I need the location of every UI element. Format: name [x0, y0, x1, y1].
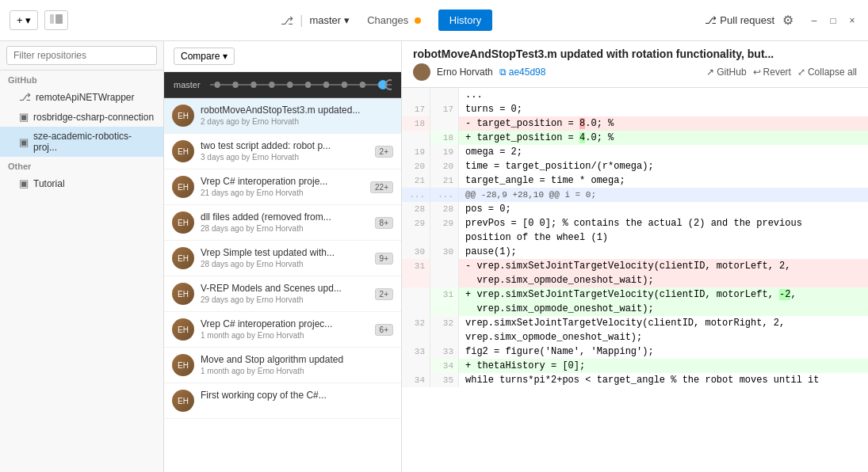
avatar-1: EH	[172, 140, 194, 162]
line-num-old: 28	[402, 202, 430, 216]
avatar-6: EH	[172, 318, 194, 341]
diff-hash-button[interactable]: ⧉ ae45d98	[499, 67, 546, 78]
maximize-button[interactable]: □	[827, 14, 839, 27]
line-num-new	[430, 330, 459, 344]
line-content: time = target_position/(r*omega);	[459, 159, 868, 173]
collapse-button[interactable]: ⤢ Collapse all	[797, 67, 857, 78]
diff-line-added: 18 + target_position = 4.0; %	[402, 131, 868, 145]
commit-info-0: robotMoveAndStopTest3.m updated... 2 day…	[201, 105, 393, 126]
svg-point-9	[323, 82, 329, 88]
line-num-old: ...	[402, 188, 430, 202]
diff-line: position of the wheel (1)	[402, 230, 868, 245]
diff-line: 29 29 prevPos = [0 0]; % contains the ac…	[402, 216, 868, 230]
line-num-new: 21	[430, 173, 459, 188]
sidebar-item-rosbridge[interactable]: ▣ rosbridge-csharp-connection	[0, 107, 163, 127]
line-num-old	[402, 88, 430, 102]
commit-msg-6: Vrep C# interoperation projec...	[201, 318, 369, 329]
line-content: pause(1);	[459, 245, 868, 259]
timeline-branch-label: master	[174, 80, 205, 89]
settings-button[interactable]: ⚙	[782, 13, 793, 28]
commit-list-header: Compare ▾	[164, 41, 401, 72]
commit-msg-3: dll files added (removed from...	[201, 211, 369, 223]
commit-meta-6: 1 month ago by Erno Horvath	[201, 331, 369, 340]
commit-item-3[interactable]: EH dll files added (removed from... 28 d…	[164, 205, 401, 241]
add-button[interactable]: + ▾	[10, 10, 38, 30]
commit-item-0[interactable]: EH robotMoveAndStopTest3.m updated... 2 …	[164, 98, 401, 134]
svg-point-4	[232, 82, 238, 88]
commit-badge-2: 22+	[370, 181, 393, 193]
settings-icon: ⚙	[782, 13, 793, 27]
line-num-new	[430, 273, 459, 287]
line-num-new: 20	[430, 159, 459, 173]
line-num-new: 19	[430, 145, 459, 159]
tab-changes-button[interactable]: Changes	[356, 10, 432, 31]
svg-point-5	[250, 82, 256, 88]
github-link-button[interactable]: ↗ GitHub	[706, 67, 746, 78]
commit-badge-4: 9+	[375, 253, 393, 265]
commit-meta-1: 3 days ago by Erno Horvath	[201, 153, 369, 162]
line-num-old	[402, 359, 430, 373]
minimize-button[interactable]: –	[808, 14, 820, 27]
diff-line-added: 31 + vrep.simxSetJointTargetVelocity(cli…	[402, 287, 868, 302]
commit-item-5[interactable]: EH V-REP Models and Scenes upd... 29 day…	[164, 276, 401, 312]
line-num-old: 32	[402, 316, 430, 330]
timeline-area: master	[164, 72, 401, 98]
branch-dropdown-button[interactable]: master ▾	[309, 14, 350, 26]
sidebar-item-sze[interactable]: ▣ sze-academic-robotics-proj...	[0, 127, 163, 157]
line-content: vrep.simx_opmode_oneshot_wait);	[459, 273, 868, 287]
commit-meta-0: 2 days ago by Erno Horvath	[201, 117, 393, 126]
pull-request-button[interactable]: ⎇ Pull request	[705, 14, 774, 26]
panel-toggle-button[interactable]	[44, 10, 68, 30]
commit-info-7: Move and Stop algorithm updated 1 month …	[201, 354, 393, 375]
line-content: vrep.simxSetJointTargetVelocity(clientID…	[459, 316, 868, 330]
collapse-label: Collapse all	[808, 67, 857, 78]
svg-point-11	[360, 82, 365, 88]
commits-scroll: EH robotMoveAndStopTest3.m updated... 2 …	[164, 98, 401, 472]
line-content: target_angle = time * omega;	[459, 173, 868, 188]
diff-line-removed: 31 - vrep.simxSetJointTargetVelocity(cli…	[402, 259, 868, 273]
close-button[interactable]: ×	[846, 14, 858, 27]
compare-button[interactable]: Compare ▾	[174, 48, 235, 65]
commit-msg-8: First working copy of the C#...	[201, 390, 393, 401]
sidebar: GitHub ⎇ remoteApiNETWrapper ▣ rosbridge…	[0, 41, 164, 472]
diff-line-added: vrep.simx_opmode_oneshot_wait);	[402, 302, 868, 316]
commit-item-1[interactable]: EH two test script added: robot p... 3 d…	[164, 134, 401, 169]
commit-badge-1: 2+	[375, 146, 393, 158]
timeline-svg	[210, 78, 392, 91]
revert-button[interactable]: ↩ Revert	[753, 67, 791, 78]
line-num-old: 29	[402, 216, 430, 230]
sidebar-item-tutorial[interactable]: ▣ Tutorial	[0, 173, 163, 193]
commit-item-6[interactable]: EH Vrep C# interoperation projec... 1 mo…	[164, 312, 401, 348]
avatar-4: EH	[172, 247, 194, 269]
commit-item-2[interactable]: EH Vrep C# interoperation proje... 21 da…	[164, 169, 401, 205]
commit-info-2: Vrep C# interoperation proje... 21 days …	[201, 176, 364, 197]
tab-history-button[interactable]: History	[438, 10, 492, 31]
sidebar-item-remoteapi[interactable]: ⎇ remoteApiNETWrapper	[0, 87, 163, 107]
commit-msg-1: two test script added: robot p...	[201, 140, 369, 151]
line-num-new: 30	[430, 245, 459, 259]
branch-icon: ⎇	[281, 14, 293, 27]
line-num-old: 31	[402, 259, 430, 273]
commit-item-8[interactable]: EH First working copy of the C#...	[164, 383, 401, 419]
line-content: vrep.simx_opmode_oneshot_wait);	[459, 302, 868, 316]
diff-actions: ↗ GitHub ↩ Revert ⤢ Collapse all	[706, 67, 857, 78]
toolbar-center: ⎇ | master ▾ Changes History	[75, 10, 698, 31]
line-num-old: 20	[402, 159, 430, 173]
diff-line-removed: vrep.simx_opmode_oneshot_wait);	[402, 273, 868, 287]
tab-changes-label: Changes	[367, 14, 408, 26]
revert-label: Revert	[763, 67, 791, 78]
commit-item-4[interactable]: EH Vrep Simple test updated with... 28 d…	[164, 241, 401, 276]
line-num-new	[430, 302, 459, 316]
line-content: - vrep.simxSetJointTargetVelocity(client…	[459, 259, 868, 273]
commit-badge-6: 6+	[375, 324, 393, 336]
svg-point-6	[269, 82, 274, 88]
diff-line: ...	[402, 88, 868, 102]
diff-line: vrep.simx_opmode_oneshot_wait);	[402, 330, 868, 344]
line-num-new: 35	[430, 373, 459, 387]
line-num-new: 18	[430, 131, 459, 145]
commit-item-7[interactable]: EH Move and Stop algorithm updated 1 mon…	[164, 348, 401, 383]
line-num-old	[402, 273, 430, 287]
line-num-new	[430, 230, 459, 245]
line-num-old: 33	[402, 344, 430, 359]
filter-repos-input[interactable]	[6, 46, 157, 65]
